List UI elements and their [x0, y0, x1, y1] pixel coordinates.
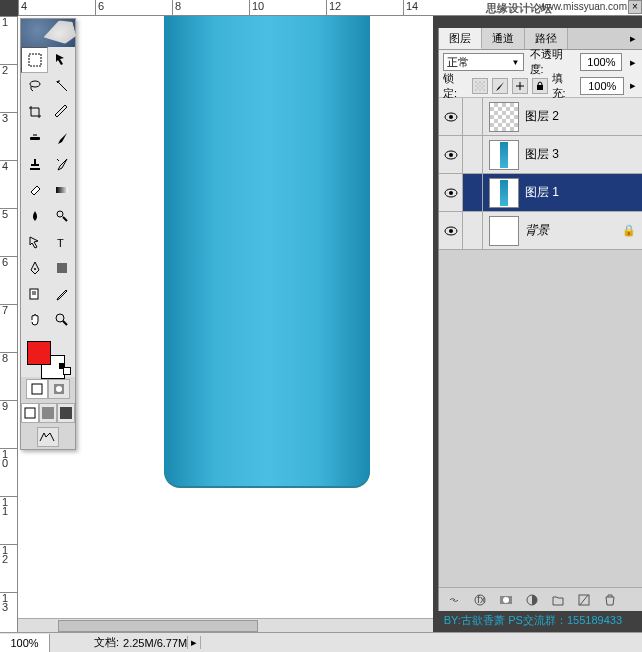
- stamp-tool[interactable]: [21, 151, 48, 177]
- svg-rect-18: [475, 81, 485, 91]
- marquee-tool[interactable]: [21, 47, 48, 73]
- layer-thumbnail: [489, 178, 519, 208]
- lasso-tool[interactable]: [21, 73, 48, 99]
- blur-tool[interactable]: [21, 203, 48, 229]
- svg-point-1: [30, 81, 40, 87]
- pen-tool[interactable]: [21, 255, 48, 281]
- slice-tool[interactable]: [48, 99, 75, 125]
- new-layer-icon[interactable]: [575, 591, 593, 609]
- tab-paths[interactable]: 路径: [525, 28, 568, 49]
- opacity-slider-icon[interactable]: ▸: [628, 56, 638, 69]
- canvas-shape: [164, 16, 370, 486]
- dodge-tool[interactable]: [48, 203, 75, 229]
- watermark-url: www.missyuan.com: [539, 1, 627, 12]
- lock-transparency-icon[interactable]: [472, 78, 488, 94]
- history-brush-tool[interactable]: [48, 151, 75, 177]
- layer-row[interactable]: 图层 3: [439, 136, 642, 174]
- eraser-tool[interactable]: [21, 177, 48, 203]
- svg-point-25: [449, 153, 453, 157]
- move-tool[interactable]: [48, 47, 75, 73]
- layer-row[interactable]: 图层 1: [439, 174, 642, 212]
- svg-rect-3: [30, 137, 40, 140]
- svg-point-2: [57, 81, 59, 83]
- close-button[interactable]: ×: [628, 0, 642, 14]
- screen-mode-full-menu[interactable]: [39, 403, 57, 423]
- zoom-tool[interactable]: [48, 307, 75, 333]
- screen-mode-standard[interactable]: [21, 403, 39, 423]
- path-select-tool[interactable]: [21, 229, 48, 255]
- svg-point-29: [449, 229, 453, 233]
- hand-tool[interactable]: [21, 307, 48, 333]
- canvas[interactable]: [18, 16, 433, 632]
- layer-thumbnail: [489, 216, 519, 246]
- status-menu-icon[interactable]: ▸: [187, 636, 201, 649]
- credit-text: BY:古欲香萧 PS交流群：155189433: [444, 613, 622, 628]
- fill-input[interactable]: 100%: [580, 77, 624, 95]
- svg-rect-21: [537, 85, 543, 90]
- layer-mask-icon[interactable]: [497, 591, 515, 609]
- panel-menu-icon[interactable]: ▸: [624, 28, 642, 49]
- doc-size-label: 文档:: [90, 635, 123, 650]
- visibility-toggle[interactable]: [439, 98, 463, 135]
- svg-rect-15: [25, 408, 35, 418]
- delete-layer-icon[interactable]: [601, 591, 619, 609]
- layer-thumbnail: [489, 140, 519, 170]
- vertical-ruler: 1 2 3 4 5 6 7 8 9 1 0 1 1 1 2 1 3: [0, 16, 18, 632]
- layer-name[interactable]: 图层 3: [525, 146, 636, 163]
- horizontal-scrollbar[interactable]: [18, 618, 433, 632]
- notes-tool[interactable]: [21, 281, 48, 307]
- jump-to-button[interactable]: [37, 427, 59, 447]
- default-colors-icon[interactable]: [59, 363, 71, 375]
- screen-mode-full[interactable]: [57, 403, 75, 423]
- layer-row[interactable]: 背景 🔒: [439, 212, 642, 250]
- svg-point-14: [56, 386, 62, 392]
- svg-point-27: [449, 191, 453, 195]
- type-tool[interactable]: T: [48, 229, 75, 255]
- svg-point-33: [503, 597, 509, 603]
- svg-text:T: T: [57, 237, 64, 249]
- status-bar: 100% 文档: 2.25M/6.77M ▸: [0, 632, 642, 652]
- crop-tool[interactable]: [21, 99, 48, 125]
- color-swatches[interactable]: [21, 337, 75, 377]
- doc-size-value: 2.25M/6.77M: [123, 637, 187, 649]
- healing-tool[interactable]: [21, 125, 48, 151]
- eyedropper-tool[interactable]: [48, 281, 75, 307]
- layer-list: 图层 2 图层 3 图层 1 背景 🔒: [439, 98, 642, 587]
- visibility-toggle[interactable]: [439, 136, 463, 173]
- app-logo: [21, 19, 75, 47]
- brush-tool[interactable]: [48, 125, 75, 151]
- visibility-toggle[interactable]: [439, 174, 463, 211]
- layer-name[interactable]: 图层 2: [525, 108, 636, 125]
- lock-position-icon[interactable]: [512, 78, 528, 94]
- svg-rect-5: [56, 187, 68, 193]
- shape-tool[interactable]: [48, 255, 75, 281]
- toolbox: T: [20, 18, 76, 450]
- layer-row[interactable]: 图层 2: [439, 98, 642, 136]
- layer-name[interactable]: 图层 1: [525, 184, 636, 201]
- visibility-toggle[interactable]: [439, 212, 463, 249]
- magic-wand-tool[interactable]: [48, 73, 75, 99]
- standard-mode-button[interactable]: [26, 379, 48, 399]
- lock-paint-icon[interactable]: [492, 78, 508, 94]
- lock-all-icon[interactable]: [532, 78, 548, 94]
- svg-text:fx: fx: [477, 593, 486, 605]
- tab-channels[interactable]: 通道: [482, 28, 525, 49]
- layer-name[interactable]: 背景: [525, 222, 622, 239]
- zoom-input[interactable]: 100%: [0, 634, 50, 652]
- link-layers-icon[interactable]: [445, 591, 463, 609]
- adjustment-layer-icon[interactable]: [523, 591, 541, 609]
- opacity-input[interactable]: 100%: [580, 53, 622, 71]
- svg-rect-4: [33, 134, 37, 136]
- tab-layers[interactable]: 图层: [439, 28, 482, 49]
- lock-label: 锁定:: [443, 71, 468, 101]
- gradient-tool[interactable]: [48, 177, 75, 203]
- layer-style-icon[interactable]: fx: [471, 591, 489, 609]
- fill-slider-icon[interactable]: ▸: [628, 79, 638, 92]
- quickmask-mode-button[interactable]: [48, 379, 70, 399]
- fill-label: 填充:: [552, 71, 577, 101]
- foreground-color[interactable]: [27, 341, 51, 365]
- svg-point-6: [57, 211, 63, 217]
- layer-group-icon[interactable]: [549, 591, 567, 609]
- lock-icon: 🔒: [622, 224, 636, 237]
- blend-mode-select[interactable]: 正常▼: [443, 53, 524, 71]
